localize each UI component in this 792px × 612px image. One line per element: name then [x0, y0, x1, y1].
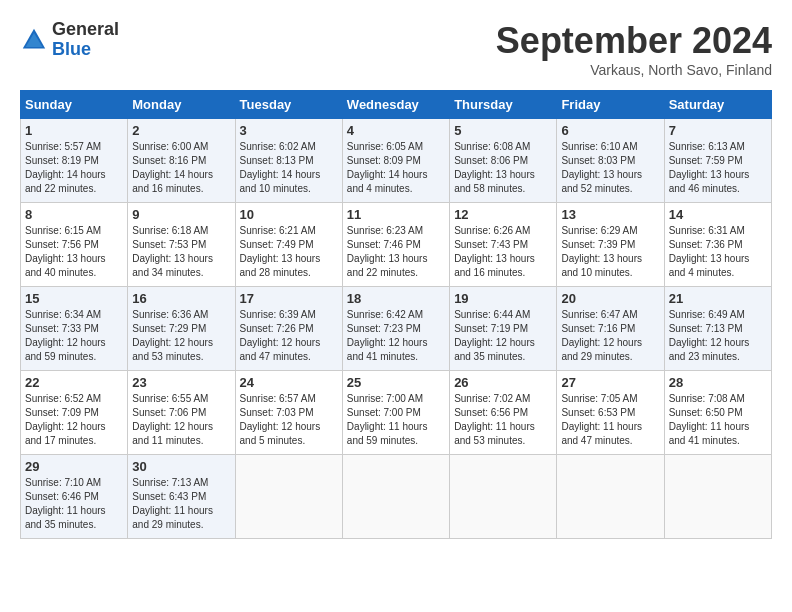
calendar-cell: 24Sunrise: 6:57 AMSunset: 7:03 PMDayligh…: [235, 371, 342, 455]
calendar-cell: 4Sunrise: 6:05 AMSunset: 8:09 PMDaylight…: [342, 119, 449, 203]
calendar-header: SundayMondayTuesdayWednesdayThursdayFrid…: [21, 91, 772, 119]
day-number: 25: [347, 375, 445, 390]
day-number: 18: [347, 291, 445, 306]
calendar-cell: 25Sunrise: 7:00 AMSunset: 7:00 PMDayligh…: [342, 371, 449, 455]
cell-info-line: Sunset: 7:16 PM: [561, 322, 659, 336]
cell-info-line: and 29 minutes.: [132, 518, 230, 532]
month-title: September 2024: [496, 20, 772, 62]
calendar-cell: 14Sunrise: 6:31 AMSunset: 7:36 PMDayligh…: [664, 203, 771, 287]
calendar-cell: 19Sunrise: 6:44 AMSunset: 7:19 PMDayligh…: [450, 287, 557, 371]
cell-info-line: and 10 minutes.: [240, 182, 338, 196]
cell-info-line: and 16 minutes.: [132, 182, 230, 196]
day-number: 15: [25, 291, 123, 306]
cell-info-line: and 53 minutes.: [132, 350, 230, 364]
calendar-week-5: 29Sunrise: 7:10 AMSunset: 6:46 PMDayligh…: [21, 455, 772, 539]
header-day-sunday: Sunday: [21, 91, 128, 119]
cell-info-line: Sunrise: 6:15 AM: [25, 224, 123, 238]
day-number: 12: [454, 207, 552, 222]
cell-info-line: Daylight: 12 hours: [240, 420, 338, 434]
cell-info-line: and 28 minutes.: [240, 266, 338, 280]
cell-info-line: Sunrise: 6:31 AM: [669, 224, 767, 238]
cell-info-line: and 17 minutes.: [25, 434, 123, 448]
cell-info-line: Sunset: 7:59 PM: [669, 154, 767, 168]
calendar-cell: 9Sunrise: 6:18 AMSunset: 7:53 PMDaylight…: [128, 203, 235, 287]
calendar-cell: 10Sunrise: 6:21 AMSunset: 7:49 PMDayligh…: [235, 203, 342, 287]
day-number: 2: [132, 123, 230, 138]
calendar-cell: 20Sunrise: 6:47 AMSunset: 7:16 PMDayligh…: [557, 287, 664, 371]
day-number: 16: [132, 291, 230, 306]
cell-info-line: and 41 minutes.: [669, 434, 767, 448]
cell-info-line: and 58 minutes.: [454, 182, 552, 196]
cell-info-line: and 5 minutes.: [240, 434, 338, 448]
cell-info-line: Daylight: 13 hours: [132, 252, 230, 266]
day-number: 30: [132, 459, 230, 474]
cell-info-line: and 59 minutes.: [25, 350, 123, 364]
cell-info-line: Sunrise: 6:29 AM: [561, 224, 659, 238]
cell-info-line: and 10 minutes.: [561, 266, 659, 280]
cell-info-line: Sunset: 8:19 PM: [25, 154, 123, 168]
day-number: 24: [240, 375, 338, 390]
cell-info-line: Sunset: 7:39 PM: [561, 238, 659, 252]
cell-info-line: Sunset: 7:33 PM: [25, 322, 123, 336]
calendar-week-4: 22Sunrise: 6:52 AMSunset: 7:09 PMDayligh…: [21, 371, 772, 455]
cell-info-line: Sunrise: 6:10 AM: [561, 140, 659, 154]
calendar-cell: 6Sunrise: 6:10 AMSunset: 8:03 PMDaylight…: [557, 119, 664, 203]
cell-info-line: Sunset: 7:43 PM: [454, 238, 552, 252]
cell-info-line: Daylight: 12 hours: [25, 336, 123, 350]
day-number: 21: [669, 291, 767, 306]
cell-info-line: Sunrise: 6:49 AM: [669, 308, 767, 322]
day-number: 22: [25, 375, 123, 390]
cell-info-line: Sunset: 7:23 PM: [347, 322, 445, 336]
location-subtitle: Varkaus, North Savo, Finland: [496, 62, 772, 78]
day-number: 19: [454, 291, 552, 306]
cell-info-line: Sunset: 8:06 PM: [454, 154, 552, 168]
header-day-monday: Monday: [128, 91, 235, 119]
cell-info-line: Daylight: 11 hours: [25, 504, 123, 518]
cell-info-line: Sunrise: 7:05 AM: [561, 392, 659, 406]
cell-info-line: Sunrise: 6:44 AM: [454, 308, 552, 322]
cell-info-line: Daylight: 13 hours: [25, 252, 123, 266]
cell-info-line: and 52 minutes.: [561, 182, 659, 196]
cell-info-line: Daylight: 14 hours: [240, 168, 338, 182]
header-day-friday: Friday: [557, 91, 664, 119]
logo-text: General Blue: [52, 20, 119, 60]
cell-info-line: Sunrise: 6:55 AM: [132, 392, 230, 406]
cell-info-line: Sunrise: 6:26 AM: [454, 224, 552, 238]
cell-info-line: Sunrise: 6:52 AM: [25, 392, 123, 406]
cell-info-line: Sunrise: 7:08 AM: [669, 392, 767, 406]
cell-info-line: and 47 minutes.: [561, 434, 659, 448]
day-number: 6: [561, 123, 659, 138]
calendar-cell: [235, 455, 342, 539]
day-number: 3: [240, 123, 338, 138]
logo-blue-text: Blue: [52, 40, 119, 60]
cell-info-line: Sunset: 7:46 PM: [347, 238, 445, 252]
calendar-cell: 12Sunrise: 6:26 AMSunset: 7:43 PMDayligh…: [450, 203, 557, 287]
cell-info-line: Daylight: 12 hours: [669, 336, 767, 350]
header-row: SundayMondayTuesdayWednesdayThursdayFrid…: [21, 91, 772, 119]
cell-info-line: and 40 minutes.: [25, 266, 123, 280]
calendar-cell: 1Sunrise: 5:57 AMSunset: 8:19 PMDaylight…: [21, 119, 128, 203]
cell-info-line: and 47 minutes.: [240, 350, 338, 364]
cell-info-line: Sunset: 7:19 PM: [454, 322, 552, 336]
cell-info-line: Sunset: 8:03 PM: [561, 154, 659, 168]
cell-info-line: Daylight: 14 hours: [347, 168, 445, 182]
day-number: 1: [25, 123, 123, 138]
cell-info-line: Daylight: 13 hours: [561, 168, 659, 182]
cell-info-line: Sunrise: 7:13 AM: [132, 476, 230, 490]
cell-info-line: Sunrise: 7:10 AM: [25, 476, 123, 490]
cell-info-line: Sunset: 7:53 PM: [132, 238, 230, 252]
calendar-cell: 16Sunrise: 6:36 AMSunset: 7:29 PMDayligh…: [128, 287, 235, 371]
cell-info-line: and 29 minutes.: [561, 350, 659, 364]
cell-info-line: Sunrise: 6:21 AM: [240, 224, 338, 238]
cell-info-line: Sunset: 7:56 PM: [25, 238, 123, 252]
header-day-tuesday: Tuesday: [235, 91, 342, 119]
cell-info-line: and 35 minutes.: [25, 518, 123, 532]
logo-icon: [20, 26, 48, 54]
cell-info-line: Daylight: 12 hours: [454, 336, 552, 350]
calendar-body: 1Sunrise: 5:57 AMSunset: 8:19 PMDaylight…: [21, 119, 772, 539]
cell-info-line: Sunset: 7:03 PM: [240, 406, 338, 420]
cell-info-line: Sunset: 7:00 PM: [347, 406, 445, 420]
calendar-cell: 22Sunrise: 6:52 AMSunset: 7:09 PMDayligh…: [21, 371, 128, 455]
calendar-cell: 2Sunrise: 6:00 AMSunset: 8:16 PMDaylight…: [128, 119, 235, 203]
cell-info-line: and 4 minutes.: [347, 182, 445, 196]
